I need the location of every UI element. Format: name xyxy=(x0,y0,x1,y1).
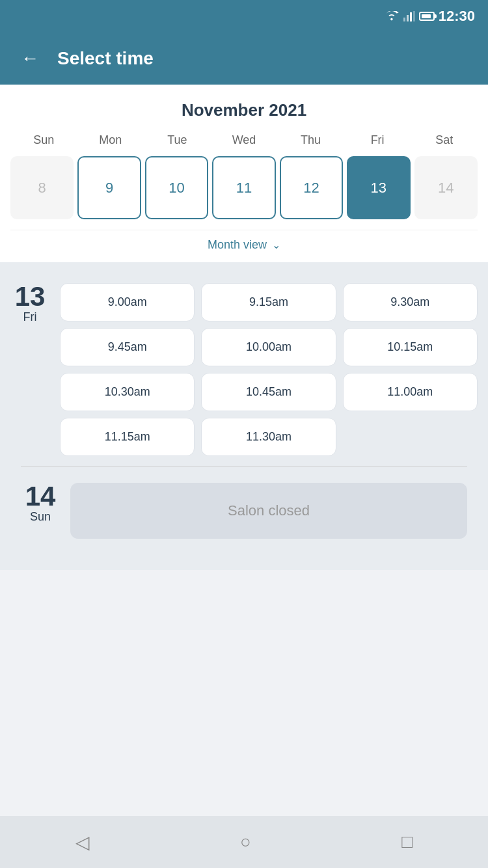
chevron-down-icon: ⌄ xyxy=(272,239,280,251)
svg-rect-2 xyxy=(410,12,412,21)
time-slot-900am[interactable]: 9.00am xyxy=(60,283,195,321)
weekday-thu: Thu xyxy=(277,133,344,147)
day-11[interactable]: 11 xyxy=(212,156,275,219)
battery-icon xyxy=(419,12,435,21)
day-number-13: 13 xyxy=(10,283,49,310)
month-view-label: Month view xyxy=(208,238,267,252)
time-slot-930am[interactable]: 9.30am xyxy=(343,283,478,321)
day-block-14: 14 Sun Salon closed xyxy=(10,467,478,554)
time-slot-915am[interactable]: 9.15am xyxy=(201,283,336,321)
weekday-mon: Mon xyxy=(77,133,144,147)
nav-back-icon[interactable]: ◁ xyxy=(75,832,90,853)
schedule-section: 13 Fri 9.00am 9.15am 9.30am 9.45am 10.00… xyxy=(0,262,488,570)
weekday-sun: Sun xyxy=(10,133,77,147)
day-14: 14 xyxy=(414,156,478,219)
status-bar: 12:30 xyxy=(0,0,488,33)
month-year-title: November 2021 xyxy=(10,100,478,120)
time-slots-grid-13: 9.00am 9.15am 9.30am 9.45am 10.00am 10.1… xyxy=(60,283,478,456)
svg-rect-0 xyxy=(403,18,405,21)
time-slot-1115am[interactable]: 11.15am xyxy=(60,418,195,456)
weekday-sat: Sat xyxy=(411,133,478,147)
svg-rect-3 xyxy=(413,11,415,21)
status-time: 12:30 xyxy=(439,8,475,25)
day-number-14: 14 xyxy=(21,483,60,510)
weekday-row: Sun Mon Tue Wed Thu Fri Sat xyxy=(10,133,478,147)
day-10[interactable]: 10 xyxy=(145,156,208,219)
day-row: 8 9 10 11 12 13 14 xyxy=(10,154,478,230)
day-label-14: 14 Sun xyxy=(21,483,60,524)
day-8: 8 xyxy=(10,156,74,219)
salon-closed-message: Salon closed xyxy=(70,483,467,539)
status-icons: 12:30 xyxy=(385,8,475,25)
day-label-13: 13 Fri xyxy=(10,283,49,324)
header: ← Select time xyxy=(0,33,488,85)
time-slot-1000am[interactable]: 10.00am xyxy=(201,328,336,366)
time-slot-1100am[interactable]: 11.00am xyxy=(343,373,478,411)
day-block-13: 13 Fri 9.00am 9.15am 9.30am 9.45am 10.00… xyxy=(10,273,478,467)
back-button[interactable]: ← xyxy=(16,46,44,72)
time-slot-945am[interactable]: 9.45am xyxy=(60,328,195,366)
time-slot-1045am[interactable]: 10.45am xyxy=(201,373,336,411)
calendar-section: November 2021 Sun Mon Tue Wed Thu Fri Sa… xyxy=(0,85,488,262)
nav-apps-icon[interactable]: □ xyxy=(401,832,413,852)
day-13[interactable]: 13 xyxy=(347,156,410,219)
day-name-fri: Fri xyxy=(10,310,49,324)
header-title: Select time xyxy=(57,48,154,69)
month-view-toggle[interactable]: Month view ⌄ xyxy=(10,230,478,262)
day-name-sun: Sun xyxy=(21,510,60,524)
weekday-tue: Tue xyxy=(144,133,211,147)
weekday-wed: Wed xyxy=(211,133,278,147)
time-slot-1130am[interactable]: 11.30am xyxy=(201,418,336,456)
day-9[interactable]: 9 xyxy=(77,156,141,219)
svg-rect-1 xyxy=(407,15,409,21)
wifi-icon xyxy=(385,11,400,21)
time-slot-1015am[interactable]: 10.15am xyxy=(343,328,478,366)
signal-icon xyxy=(403,11,415,21)
day-12[interactable]: 12 xyxy=(280,156,343,219)
nav-home-icon[interactable]: ○ xyxy=(240,832,251,852)
weekday-fri: Fri xyxy=(344,133,411,147)
time-slot-1030am[interactable]: 10.30am xyxy=(60,373,195,411)
nav-bar: ◁ ○ □ xyxy=(0,816,488,868)
